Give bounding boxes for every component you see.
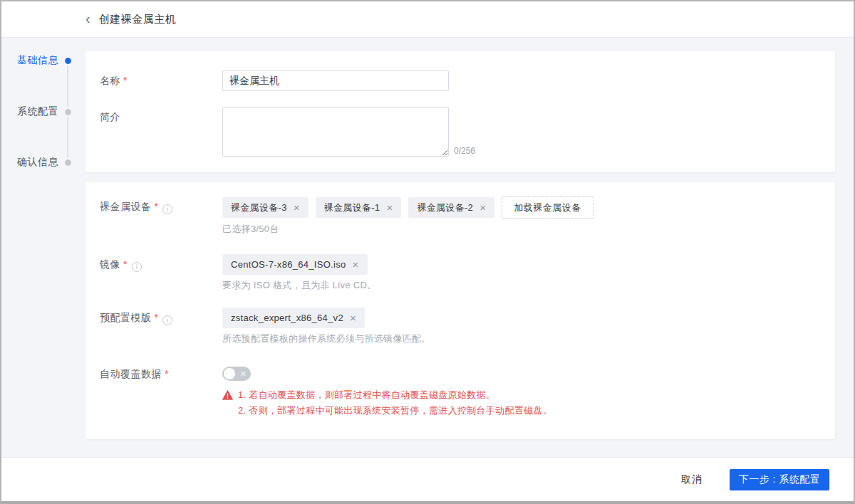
device-control: 裸金属设备-3 × 裸金属设备-1 × 裸金属设备-2 × 加载裸金属设备: [222, 196, 594, 236]
name-input[interactable]: [222, 70, 449, 91]
image-label: 镜像*i: [100, 254, 222, 292]
load-devices-button[interactable]: 加载裸金属设备: [502, 196, 594, 219]
template-hint: 所选预配置模板的操作系统必须与所选镜像匹配。: [222, 332, 431, 345]
image-row: 镜像*i CentOS-7-x86_64_ISO.iso × 要求为 ISO 格…: [100, 254, 835, 292]
remove-tag-icon[interactable]: ×: [350, 313, 356, 323]
step-system-config[interactable]: 系统配置: [1, 106, 86, 117]
device-tag: 裸金属设备-1 ×: [316, 197, 402, 218]
remove-tag-icon[interactable]: ×: [294, 202, 300, 213]
template-label-text: 预配置模版: [100, 312, 152, 323]
step-label: 系统配置: [1, 105, 58, 118]
page-title: 创建裸金属主机: [99, 13, 177, 26]
template-tag-row: zstack_expert_x86_64_v2 ×: [222, 308, 431, 328]
warning-text-2: 2. 否则，部署过程中可能出现系统安装暂停，需进入控制台手动配置磁盘。: [238, 403, 552, 419]
template-row: 预配置模版*i zstack_expert_x86_64_v2 × 所选预配置模…: [100, 308, 835, 345]
next-step-button[interactable]: 下一步 : 系统配置: [730, 469, 829, 490]
device-tag-text: 裸金属设备-2: [417, 201, 473, 214]
create-baremetal-host-window: ‹ 创建裸金属主机 基础信息 系统配置 确认信息 名称*: [0, 0, 855, 504]
footer-bar: 取消 下一步 : 系统配置: [1, 457, 854, 501]
step-basic-info[interactable]: 基础信息: [1, 55, 86, 66]
template-tag: zstack_expert_x86_64_v2 ×: [222, 308, 365, 328]
warning-line-1: 1. 若自动覆盖数据，则部署过程中将自动覆盖磁盘原始数据。: [222, 387, 552, 403]
topbar: ‹ 创建裸金属主机: [1, 1, 854, 38]
device-tag-text: 裸金属设备-1: [324, 201, 380, 214]
cancel-button[interactable]: 取消: [681, 473, 703, 486]
device-selection-hint: 已选择3/50台: [222, 223, 594, 236]
description-label-text: 简介: [100, 111, 120, 122]
info-icon[interactable]: i: [132, 262, 142, 272]
image-tag: CentOS-7-x86_64_ISO.iso ×: [222, 254, 368, 275]
step-label: 确认信息: [1, 156, 58, 169]
info-icon[interactable]: i: [162, 315, 172, 325]
image-tag-row: CentOS-7-x86_64_ISO.iso ×: [222, 254, 376, 275]
toggle-knob: [224, 368, 235, 379]
required-asterisk: *: [123, 75, 128, 86]
page-body: 基础信息 系统配置 确认信息 名称* 简介: [1, 38, 854, 458]
device-tag: 裸金属设备-3 ×: [222, 197, 309, 218]
step-label: 基础信息: [1, 54, 58, 67]
overwrite-row: 自动覆盖数据* ✕ 1. 若自动: [100, 367, 835, 419]
step-confirm-info[interactable]: 确认信息: [1, 157, 86, 168]
basic-info-card: 名称* 简介 0/256: [86, 51, 835, 172]
warning-line-2: 2. 否则，部署过程中可能出现系统安装暂停，需进入控制台手动配置磁盘。: [222, 403, 552, 419]
warning-triangle-icon: [222, 390, 233, 400]
name-label-text: 名称: [100, 75, 120, 86]
template-control: zstack_expert_x86_64_v2 × 所选预配置模板的操作系统必须…: [222, 308, 431, 345]
overwrite-warning: 1. 若自动覆盖数据，则部署过程中将自动覆盖磁盘原始数据。 2. 否则，部署过程…: [222, 387, 552, 419]
back-icon[interactable]: ‹: [86, 11, 90, 26]
step-dot: [65, 159, 71, 166]
required-asterisk: *: [123, 258, 128, 270]
device-tag-row: 裸金属设备-3 × 裸金属设备-1 × 裸金属设备-2 × 加载裸金属设备: [222, 196, 594, 219]
overwrite-control: ✕ 1. 若自动覆盖数据，则部署过程中将自动覆盖磁盘原始数据。: [222, 367, 552, 419]
device-label-text: 裸金属设备: [100, 201, 152, 212]
image-label-text: 镜像: [100, 258, 120, 270]
toggle-off-icon: ✕: [240, 367, 247, 381]
overwrite-label-text: 自动覆盖数据: [100, 368, 162, 379]
description-row: 简介 0/256: [100, 107, 835, 157]
image-tag-text: CentOS-7-x86_64_ISO.iso: [231, 259, 346, 270]
required-asterisk: *: [165, 368, 169, 379]
overwrite-toggle-off[interactable]: ✕: [222, 367, 251, 381]
template-label: 预配置模版*i: [100, 308, 222, 345]
step-dot-active: [65, 58, 71, 64]
device-config-card: 裸金属设备*i 裸金属设备-3 × 裸金属设备-1 × 裸金属设备-2: [86, 182, 835, 439]
device-tag-text: 裸金属设备-3: [231, 201, 287, 214]
image-control: CentOS-7-x86_64_ISO.iso × 要求为 ISO 格式，且为非…: [222, 254, 376, 292]
device-label: 裸金属设备*i: [100, 196, 222, 236]
description-label: 简介: [100, 107, 222, 157]
remove-tag-icon[interactable]: ×: [480, 202, 486, 213]
name-row: 名称*: [100, 70, 835, 91]
required-asterisk: *: [155, 312, 159, 323]
warning-text-1: 1. 若自动覆盖数据，则部署过程中将自动覆盖磁盘原始数据。: [238, 387, 495, 403]
remove-tag-icon[interactable]: ×: [386, 202, 393, 213]
required-asterisk: *: [155, 201, 159, 212]
overwrite-label: 自动覆盖数据*: [100, 367, 222, 419]
info-icon[interactable]: i: [162, 204, 172, 214]
name-label: 名称*: [100, 70, 222, 91]
description-wrap: 0/256: [222, 107, 475, 157]
description-textarea[interactable]: [222, 107, 449, 157]
device-row: 裸金属设备*i 裸金属设备-3 × 裸金属设备-1 × 裸金属设备-2: [100, 196, 835, 236]
char-counter: 0/256: [454, 145, 475, 157]
template-tag-text: zstack_expert_x86_64_v2: [231, 313, 343, 323]
step-dot: [65, 109, 71, 115]
image-hint: 要求为 ISO 格式，且为非 Live CD。: [222, 279, 376, 292]
device-tag: 裸金属设备-2 ×: [408, 197, 494, 218]
wizard-steps: 基础信息 系统配置 确认信息: [1, 38, 86, 458]
remove-tag-icon[interactable]: ×: [353, 259, 359, 270]
